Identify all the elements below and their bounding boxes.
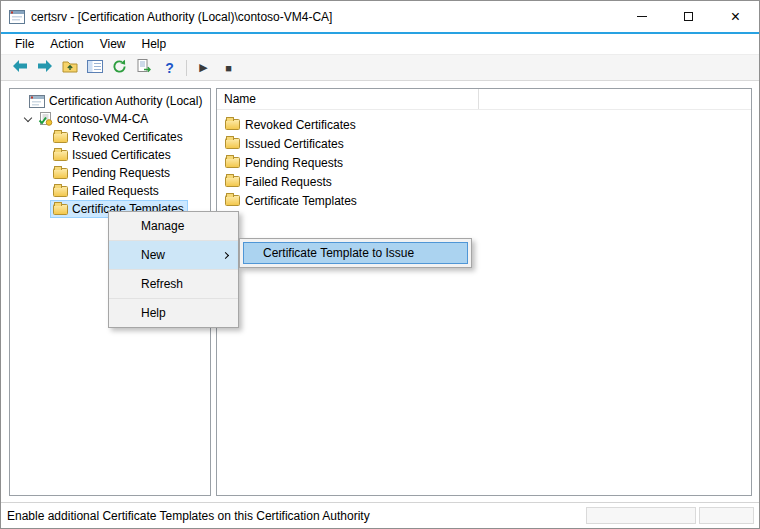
tree-node-issued-certificates[interactable]: Issued Certificates — [10, 146, 210, 164]
tree-node-failed-requests[interactable]: Failed Requests — [10, 182, 210, 200]
up-one-level-icon — [62, 59, 78, 76]
close-button[interactable]: × — [712, 1, 759, 32]
submenu-arrow-icon — [222, 251, 229, 258]
context-menu: Manage New Refresh Help — [108, 211, 239, 328]
list-item-revoked-certificates[interactable]: Revoked Certificates — [217, 115, 751, 134]
minimize-icon — [637, 16, 647, 17]
menu-view[interactable]: View — [92, 35, 134, 53]
folder-icon — [53, 204, 68, 215]
certification-authority-icon — [29, 95, 45, 108]
tree-node-contoso-vm4-ca[interactable]: contoso-VM4-CA — [10, 110, 210, 128]
list-item-label: Failed Requests — [245, 175, 332, 189]
back-icon — [12, 59, 28, 76]
help-button[interactable]: ? — [158, 57, 181, 79]
status-grip-section — [699, 507, 754, 524]
refresh-button[interactable] — [108, 57, 131, 79]
status-text: Enable additional Certificate Templates … — [7, 509, 370, 523]
menu-file[interactable]: File — [7, 35, 42, 53]
export-list-icon — [137, 59, 152, 76]
help-icon: ? — [165, 60, 174, 76]
show-console-tree-icon — [87, 60, 103, 76]
list-item-failed-requests[interactable]: Failed Requests — [217, 172, 751, 191]
forward-icon — [37, 59, 53, 76]
context-menu-manage[interactable]: Manage — [109, 212, 238, 240]
list-item-pending-requests[interactable]: Pending Requests — [217, 153, 751, 172]
tree-node-label: contoso-VM4-CA — [57, 112, 148, 126]
context-menu-refresh[interactable]: Refresh — [109, 270, 238, 298]
close-icon: × — [731, 9, 740, 25]
list-body: Revoked Certificates Issued Certificates… — [217, 110, 751, 210]
folder-icon — [225, 157, 240, 168]
list-item-label: Pending Requests — [245, 156, 343, 170]
list-item-label: Issued Certificates — [245, 137, 344, 151]
folder-icon — [53, 150, 68, 161]
window-title: certsrv - [Certification Authority (Loca… — [31, 10, 332, 24]
tree-node-revoked-certificates[interactable]: Revoked Certificates — [10, 128, 210, 146]
tree-node-certification-authority[interactable]: Certification Authority (Local) — [10, 92, 210, 110]
tree-node-label: Certification Authority (Local) — [49, 94, 202, 108]
tree-node-label: Failed Requests — [72, 184, 159, 198]
certsrv-window: certsrv - [Certification Authority (Loca… — [0, 0, 760, 529]
toolbar: ? ▶ ■ — [1, 55, 759, 81]
menu-help[interactable]: Help — [134, 35, 175, 53]
back-button[interactable] — [8, 57, 31, 79]
context-menu-new[interactable]: New — [109, 241, 238, 269]
column-header-name[interactable]: Name — [217, 89, 479, 109]
tree-node-pending-requests[interactable]: Pending Requests — [10, 164, 210, 182]
folder-icon — [225, 138, 240, 149]
folder-icon — [225, 119, 240, 130]
forward-button[interactable] — [33, 57, 56, 79]
certsrv-app-icon — [9, 10, 25, 24]
context-submenu: Certificate Template to Issue — [239, 238, 472, 268]
folder-icon — [225, 195, 240, 206]
context-menu-new-label: New — [141, 248, 165, 262]
start-service-icon: ▶ — [199, 61, 207, 74]
stop-service-icon: ■ — [225, 62, 232, 74]
result-pane: Name Revoked Certificates Issued Certifi… — [216, 88, 752, 496]
ca-certificate-icon — [38, 112, 53, 126]
refresh-icon — [112, 59, 127, 77]
status-bar: Enable additional Certificate Templates … — [1, 502, 759, 528]
folder-icon — [225, 176, 240, 187]
show-console-tree-button[interactable] — [83, 57, 106, 79]
menu-bar: File Action View Help — [1, 34, 759, 55]
titlebar: certsrv - [Certification Authority (Loca… — [1, 1, 759, 32]
list-item-certificate-templates[interactable]: Certificate Templates — [217, 191, 751, 210]
list-header-row: Name — [217, 89, 751, 110]
chevron-down-icon[interactable] — [21, 118, 35, 121]
folder-icon — [53, 168, 68, 179]
list-item-label: Revoked Certificates — [245, 118, 356, 132]
window-controls: × — [618, 1, 759, 32]
context-menu-help[interactable]: Help — [109, 299, 238, 327]
minimize-button[interactable] — [618, 1, 665, 32]
start-service-button[interactable]: ▶ — [192, 57, 215, 79]
stop-service-button[interactable]: ■ — [217, 57, 240, 79]
tree-node-label: Pending Requests — [72, 166, 170, 180]
menu-action[interactable]: Action — [42, 35, 91, 53]
export-list-button[interactable] — [133, 57, 156, 79]
folder-icon — [53, 132, 68, 143]
tree-node-label: Revoked Certificates — [72, 130, 183, 144]
list-item-label: Certificate Templates — [245, 194, 357, 208]
up-one-level-button[interactable] — [58, 57, 81, 79]
list-item-issued-certificates[interactable]: Issued Certificates — [217, 134, 751, 153]
status-pane-section — [586, 507, 696, 524]
maximize-button[interactable] — [665, 1, 712, 32]
submenu-certificate-template-to-issue[interactable]: Certificate Template to Issue — [243, 242, 468, 264]
folder-icon — [53, 186, 68, 197]
maximize-icon — [684, 12, 693, 21]
tree-node-label: Issued Certificates — [72, 148, 171, 162]
toolbar-separator — [186, 60, 187, 76]
